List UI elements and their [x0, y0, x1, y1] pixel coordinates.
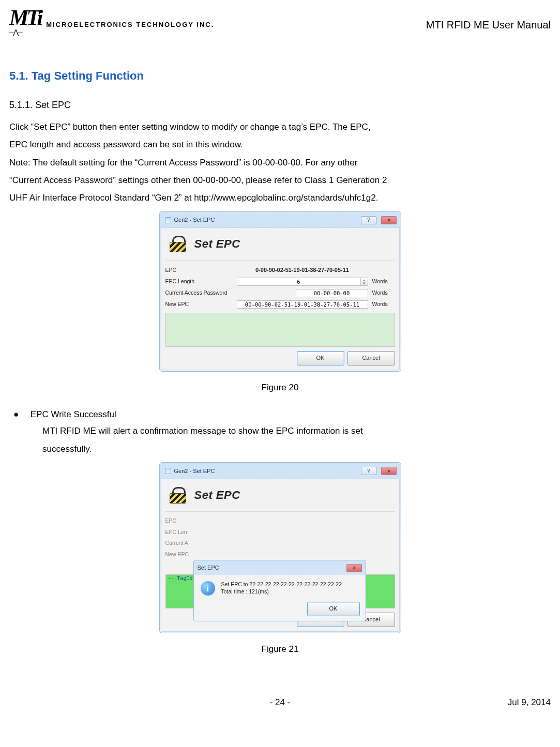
- set-epc-dialog: Gen2 - Set EPC ? ✕ Set EPC EPC 0-00-90-0…: [160, 211, 401, 371]
- cancel-button[interactable]: Cancel: [347, 351, 395, 365]
- epc-row: EPC: [165, 516, 395, 526]
- company-logo: MTi —⋀— MICROELECTRONICS TECHNOLOGY INC.: [9, 10, 214, 39]
- dialog-hero: Set EPC: [165, 482, 395, 512]
- set-epc-dialog: Gen2 - Set EPC ? ✕ Set EPC EPC EPC Len C…: [160, 463, 401, 633]
- paragraph-line: “Current Access Password” settings other…: [9, 172, 551, 189]
- dialog-titlebar: Gen2 - Set EPC ? ✕: [161, 212, 400, 227]
- paragraph-line: UHF Air Interface Protocol Standard “Gen…: [9, 190, 551, 206]
- new-epc-row: New EPC: [165, 550, 395, 560]
- help-button[interactable]: ?: [361, 467, 376, 475]
- result-log: [165, 313, 395, 347]
- epc-length-input[interactable]: [237, 278, 361, 286]
- access-password-row: Current A: [165, 538, 395, 548]
- paragraph-line: Click “Set EPC” button then enter settin…: [9, 119, 551, 135]
- logo-company-name: MICROELECTRONICS TECHNOLOGY INC.: [46, 19, 214, 32]
- bullet-epc-write-successful: EPC Write Successful: [28, 406, 551, 423]
- access-password-input[interactable]: [296, 289, 368, 297]
- paragraph-line: Note: The default setting for the “Curre…: [9, 155, 551, 171]
- epc-row: EPC 0-00-90-02-51-19-01-38-27-70-05-11: [165, 265, 395, 276]
- epc-length-label: EPC Length: [165, 277, 237, 287]
- app-icon: [165, 217, 171, 223]
- epc-length-spinner[interactable]: ▲▼: [361, 278, 368, 286]
- document-footer: - 24 - Jul 9, 2014: [9, 694, 551, 711]
- dialog-hero-title: Set EPC: [194, 484, 240, 506]
- messagebox-line: Set EPC to 22-22-22-22-22-22-22-22-22-22…: [221, 581, 342, 588]
- messagebox-ok-button[interactable]: OK: [307, 602, 360, 616]
- document-title: MTI RFID ME User Manual: [426, 15, 551, 35]
- lock-icon: [168, 236, 187, 252]
- access-password-unit: Words: [368, 288, 395, 298]
- figure-21-screenshot: Gen2 - Set EPC ? ✕ Set EPC EPC EPC Len C…: [9, 463, 551, 633]
- footer-date: Jul 9, 2014: [508, 694, 551, 711]
- document-header: MTi —⋀— MICROELECTRONICS TECHNOLOGY INC.…: [9, 10, 551, 39]
- figure-21-caption: Figure 21: [9, 641, 551, 658]
- epc-length-row: EPC Length ▲▼ Words: [165, 277, 395, 287]
- close-button[interactable]: ✕: [381, 216, 397, 224]
- epc-label: EPC: [165, 265, 237, 276]
- figure-20-screenshot: Gen2 - Set EPC ? ✕ Set EPC EPC 0-00-90-0…: [9, 211, 551, 371]
- messagebox-text: Set EPC to 22-22-22-22-22-22-22-22-22-22…: [221, 581, 342, 596]
- new-epc-unit: Words: [368, 299, 395, 310]
- epc-value: 0-00-90-02-51-19-01-38-27-70-05-11: [237, 265, 368, 276]
- dialog-hero-title: Set EPC: [194, 233, 240, 255]
- new-epc-row: New EPC Words: [165, 299, 395, 310]
- dialog-titlebar: Gen2 - Set EPC ? ✕: [161, 464, 400, 479]
- epc-length-unit: Words: [368, 277, 395, 287]
- epc-length-row: EPC Len: [165, 527, 395, 538]
- ok-button[interactable]: OK: [297, 351, 344, 365]
- subsection-heading: 5.1.1. Set EPC: [9, 96, 551, 114]
- messagebox-title: Set EPC: [198, 562, 219, 573]
- app-icon: [165, 468, 171, 474]
- new-epc-label: New EPC: [165, 299, 237, 310]
- section-heading: 5.1. Tag Setting Function: [9, 65, 551, 87]
- figure-20-caption: Figure 20: [9, 379, 551, 396]
- access-password-label: Current Access Password: [165, 288, 237, 298]
- help-button[interactable]: ?: [361, 216, 376, 224]
- dialog-hero: Set EPC: [165, 231, 395, 261]
- paragraph-line: EPC length and access password can be se…: [9, 136, 551, 153]
- new-epc-input[interactable]: [237, 300, 368, 309]
- page-number: - 24 -: [270, 694, 291, 711]
- close-button[interactable]: ✕: [381, 467, 397, 475]
- dialog-title-text: Gen2 - Set EPC: [174, 466, 215, 477]
- bullet-title: EPC Write Successful: [31, 409, 116, 419]
- dialog-title-text: Gen2 - Set EPC: [174, 215, 215, 225]
- info-icon: i: [201, 581, 215, 596]
- messagebox-line: Total time : 121(ms): [221, 588, 342, 596]
- messagebox-close-button[interactable]: ✕: [346, 564, 362, 572]
- access-password-row: Current Access Password Words: [165, 288, 395, 298]
- logo-mark: MTi: [9, 10, 41, 25]
- bullet-description-line: successfully.: [9, 441, 551, 458]
- lock-icon: [168, 487, 187, 504]
- bullet-description-line: MTI RFID ME will alert a confirmation me…: [9, 423, 551, 439]
